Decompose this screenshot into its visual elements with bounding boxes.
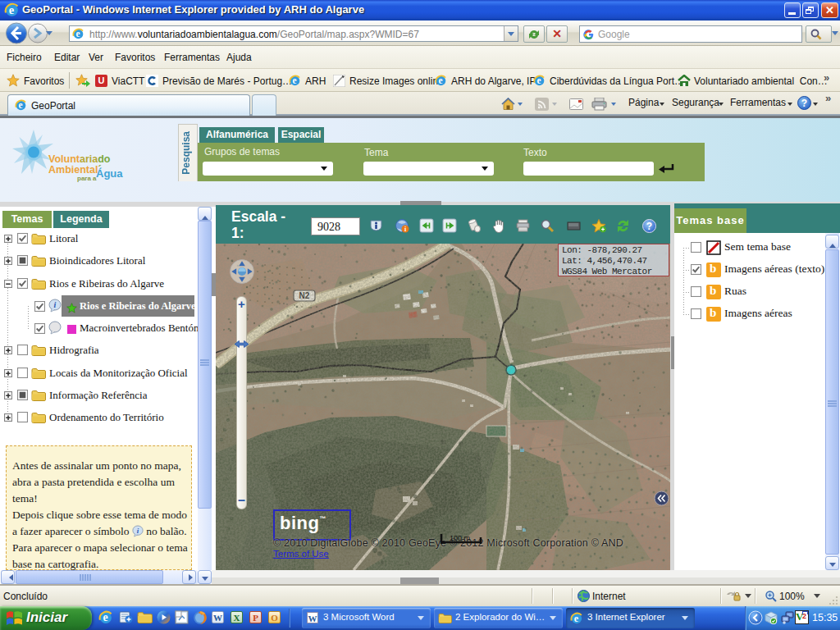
svg-text:i: i — [54, 300, 57, 309]
svg-text:100 m: 100 m — [450, 534, 470, 542]
svg-text:?: ? — [646, 221, 652, 232]
svg-text:?: ? — [801, 98, 807, 109]
